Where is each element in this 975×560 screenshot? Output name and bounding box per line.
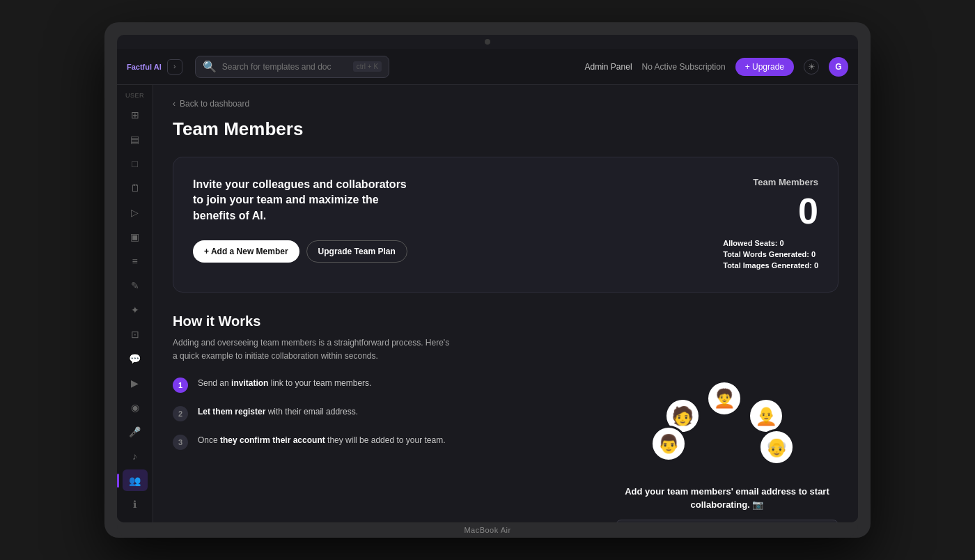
main-content: ‹ Back to dashboard Team Members Invite … xyxy=(153,85,858,522)
collab-text: Add your team members' email address to … xyxy=(616,485,838,511)
sidebar: USER ⊞ ▤ □ 🗒 ▷ ▣ ≡ ✎ ✦ ⊡ 💬 ▶ ◉ 🎤 ♪ 👥 xyxy=(117,85,153,522)
sidebar-item-image[interactable]: ▣ xyxy=(123,226,148,248)
allowed-seats-label: Allowed Seats: xyxy=(723,239,777,247)
steps-list: 1 Send an invitation link to your team m… xyxy=(173,377,588,462)
how-title: How it Works xyxy=(173,313,838,329)
user-avatar[interactable]: G xyxy=(829,57,848,77)
sidebar-section-label: USER xyxy=(125,92,144,99)
email-input-row[interactable]: ⊞ ✉ xyxy=(616,520,838,522)
step-1-num: 1 xyxy=(173,378,188,393)
sidebar-item-document[interactable]: □ xyxy=(123,153,148,175)
sidebar-item-gallery[interactable]: ⊡ xyxy=(123,323,148,345)
allowed-seats-value: 0 xyxy=(780,239,784,247)
sidebar-item-volume[interactable]: ♪ xyxy=(123,445,148,467)
sidebar-item-media[interactable]: ▶ xyxy=(123,372,148,394)
step-1: 1 Send an invitation link to your team m… xyxy=(173,377,588,393)
sidebar-item-list[interactable]: ≡ xyxy=(123,251,148,272)
upgrade-label: + Upgrade xyxy=(745,62,784,72)
total-words-stat: Total Words Generated: 0 xyxy=(723,250,818,258)
team-members-label: Team Members xyxy=(723,177,818,187)
page-title: Team Members xyxy=(173,118,838,140)
step-2-text: Let them register with their email addre… xyxy=(198,405,358,418)
theme-toggle-button[interactable]: ☀ xyxy=(804,59,819,75)
back-link[interactable]: ‹ Back to dashboard xyxy=(173,99,838,109)
upgrade-button[interactable]: + Upgrade xyxy=(735,58,794,76)
sidebar-item-mic[interactable]: 🎤 xyxy=(123,421,148,442)
step-3-text: Once they confirm their account they wil… xyxy=(198,434,445,446)
sidebar-item-video[interactable]: ▷ xyxy=(123,202,148,224)
nav-toggle-button[interactable]: › xyxy=(167,59,182,75)
subscription-status: No Active Subscription xyxy=(642,62,726,72)
total-images-label: Total Images Generated: xyxy=(723,261,812,270)
step-3-num: 3 xyxy=(173,435,188,450)
total-images-stat: Total Images Generated: 0 xyxy=(723,261,818,270)
total-images-value: 0 xyxy=(814,261,818,270)
back-arrow-icon: ‹ xyxy=(173,99,176,109)
sidebar-item-edit[interactable]: ✎ xyxy=(123,275,148,297)
search-bar[interactable]: 🔍 ctrl + K xyxy=(195,56,389,78)
avatars-section: 🧑 🧑‍🦱 🧑‍🦲 👨 👴 Add your team members' ema… xyxy=(616,377,838,522)
upgrade-plan-button[interactable]: Upgrade Team Plan xyxy=(306,240,407,263)
sidebar-item-rss[interactable]: ◉ xyxy=(123,396,148,418)
sidebar-item-ai[interactable]: ✦ xyxy=(123,300,148,321)
admin-panel-link[interactable]: Admin Panel xyxy=(585,62,632,72)
how-description: Adding and overseeing team members is a … xyxy=(173,336,451,363)
avatar-cluster: 🧑 🧑‍🦱 🧑‍🦲 👨 👴 xyxy=(650,377,804,474)
how-section: How it Works Adding and overseeing team … xyxy=(173,313,838,522)
logo[interactable]: Factful AI xyxy=(127,63,162,71)
invite-card: Invite your colleagues and collaborators… xyxy=(173,157,838,293)
total-words-label: Total Words Generated: xyxy=(723,250,809,258)
laptop-model: MacBook Air xyxy=(464,526,510,534)
avatar-5: 👴 xyxy=(758,429,795,465)
step-2-num: 2 xyxy=(173,406,188,421)
sidebar-item-template[interactable]: ▤ xyxy=(123,129,148,150)
search-input[interactable] xyxy=(222,62,348,72)
avatar-4: 👨 xyxy=(650,426,687,462)
invite-heading: Invite your colleagues and collaborators… xyxy=(193,177,416,224)
camera-notch xyxy=(485,39,490,45)
step-2: 2 Let them register with their email add… xyxy=(173,405,588,421)
stats-list: Allowed Seats: 0 Total Words Generated: … xyxy=(723,239,818,270)
search-icon: 🔍 xyxy=(203,60,217,73)
logo-text: Factful AI xyxy=(127,63,162,71)
step-1-text: Send an invitation link to your team mem… xyxy=(198,377,371,389)
sidebar-item-chat[interactable]: 💬 xyxy=(123,348,148,369)
sidebar-item-page[interactable]: 🗒 xyxy=(123,178,148,199)
sidebar-item-grid[interactable]: ⊞ xyxy=(123,104,148,126)
allowed-seats-stat: Allowed Seats: 0 xyxy=(723,239,818,247)
topbar: Factful AI › 🔍 ctrl + K Admin Panel No A… xyxy=(117,49,858,85)
search-shortcut: ctrl + K xyxy=(353,61,382,72)
total-words-value: 0 xyxy=(811,250,816,258)
add-member-button[interactable]: + Add a New Member xyxy=(193,240,299,263)
members-count: 0 xyxy=(723,193,818,229)
sidebar-item-team[interactable]: 👥 xyxy=(123,469,148,491)
step-3: 3 Once they confirm their account they w… xyxy=(173,434,588,450)
sidebar-item-info[interactable]: ℹ xyxy=(123,494,148,515)
avatar-2: 🧑‍🦱 xyxy=(706,380,742,417)
back-link-label: Back to dashboard xyxy=(180,99,249,109)
